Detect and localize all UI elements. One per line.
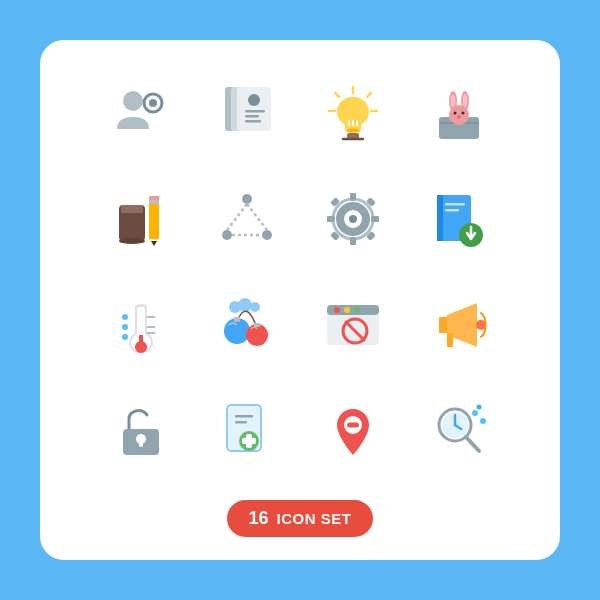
svg-point-29 xyxy=(457,115,461,119)
svg-rect-5 xyxy=(237,87,271,131)
icon-location-minus xyxy=(308,386,398,476)
icon-gear-settings xyxy=(308,174,398,264)
svg-line-42 xyxy=(227,204,247,230)
svg-point-6 xyxy=(248,94,260,106)
svg-point-40 xyxy=(222,230,232,240)
svg-rect-8 xyxy=(245,115,259,118)
svg-point-48 xyxy=(349,215,357,223)
svg-point-65 xyxy=(122,334,128,340)
icon-rabbit-magic xyxy=(414,68,504,158)
svg-rect-58 xyxy=(437,195,443,241)
icon-unlock xyxy=(96,386,186,476)
svg-rect-90 xyxy=(235,421,247,424)
svg-line-12 xyxy=(367,93,371,97)
icon-idea-bulb xyxy=(308,68,398,158)
icon-browser-block xyxy=(308,280,398,370)
icon-resume xyxy=(202,68,292,158)
svg-point-71 xyxy=(250,302,260,312)
svg-rect-93 xyxy=(242,438,256,444)
icon-temperature xyxy=(96,280,186,370)
svg-rect-31 xyxy=(121,205,143,213)
svg-line-100 xyxy=(466,437,479,451)
svg-rect-60 xyxy=(445,209,459,212)
icon-network-nodes xyxy=(202,174,292,264)
icon-christmas-balls xyxy=(202,280,292,370)
svg-rect-38 xyxy=(149,196,159,200)
svg-rect-51 xyxy=(327,216,335,222)
icon-medical-doc xyxy=(202,386,292,476)
svg-rect-34 xyxy=(149,199,159,239)
icon-coffee-pencil xyxy=(96,174,186,264)
svg-point-28 xyxy=(462,111,465,114)
svg-point-0 xyxy=(123,91,143,111)
svg-point-101 xyxy=(472,410,478,416)
svg-point-24 xyxy=(451,94,456,108)
svg-rect-9 xyxy=(245,120,261,123)
badge-label: ICON SET xyxy=(277,510,352,527)
icon-count-badge: 16 ICON SET xyxy=(227,500,374,537)
svg-point-63 xyxy=(122,314,128,320)
svg-rect-50 xyxy=(350,237,356,245)
svg-point-27 xyxy=(454,111,457,114)
svg-point-70 xyxy=(238,298,252,312)
svg-point-74 xyxy=(246,324,268,346)
svg-rect-59 xyxy=(445,203,465,206)
svg-point-2 xyxy=(149,99,157,107)
svg-point-102 xyxy=(480,418,486,424)
icon-grid xyxy=(96,68,504,476)
svg-point-25 xyxy=(463,94,468,108)
icon-search-time xyxy=(414,386,504,476)
icon-set-card: 16 ICON SET xyxy=(40,40,560,560)
svg-point-103 xyxy=(477,404,482,409)
svg-rect-89 xyxy=(235,415,253,418)
svg-point-62 xyxy=(135,341,147,353)
svg-rect-75 xyxy=(254,323,260,327)
icon-user-circle xyxy=(96,68,186,158)
svg-point-41 xyxy=(262,230,272,240)
svg-rect-95 xyxy=(347,422,359,427)
svg-point-78 xyxy=(334,307,340,313)
svg-rect-73 xyxy=(234,317,240,322)
svg-point-80 xyxy=(354,307,360,313)
badge-number: 16 xyxy=(249,508,269,529)
svg-rect-49 xyxy=(350,193,356,201)
svg-point-79 xyxy=(344,307,350,313)
svg-line-11 xyxy=(335,93,339,97)
icon-book-download xyxy=(414,174,504,264)
svg-rect-7 xyxy=(245,110,265,113)
svg-point-32 xyxy=(119,238,145,244)
svg-rect-15 xyxy=(347,129,359,132)
svg-point-64 xyxy=(122,324,128,330)
svg-line-43 xyxy=(247,204,267,230)
icon-megaphone xyxy=(414,280,504,370)
svg-point-39 xyxy=(242,194,252,204)
svg-rect-52 xyxy=(371,216,379,222)
svg-rect-86 xyxy=(139,439,143,447)
